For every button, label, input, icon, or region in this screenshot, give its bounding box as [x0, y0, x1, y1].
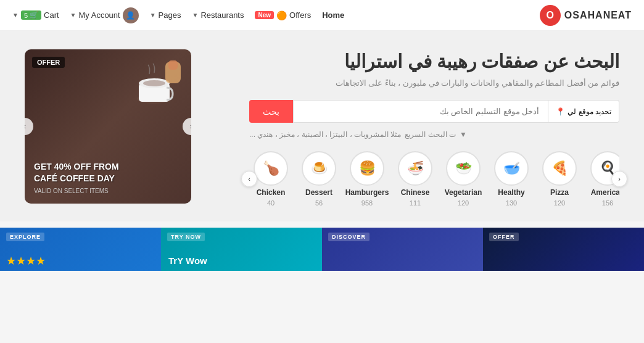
promo-card: ‹ OFFER GET 40% OFF FROM CAFÉ COFFEE DAY… [25, 49, 191, 204]
banner-try-label: TRY NOW [167, 233, 205, 241]
quick-search-example: مثلا المشروبات ، البيتزا ، الصينية ، مخب… [249, 130, 401, 139]
pages-caret: ▼ [150, 12, 156, 19]
category-name-chinese: Chinese [401, 188, 430, 197]
bottom-banners: EXPLORE ★★★★ TRY NOW TrY Wow DISCOVER OF… [0, 228, 644, 271]
promo-image-bg: OFFER GET 40% OFF FROM CAFÉ COFFEE DAY V… [25, 49, 191, 204]
my-account-label: My Account [79, 10, 120, 20]
offer-badge: OFFER [32, 57, 65, 68]
banner-explore[interactable]: EXPLORE ★★★★ [0, 228, 161, 271]
category-count-american: 156 [602, 199, 613, 207]
category-name-american: American [591, 188, 619, 197]
category-icon-healthy: 🥣 [494, 151, 529, 186]
svg-point-3 [143, 80, 165, 86]
cart-badge: 5 🛒 [21, 10, 41, 20]
svg-rect-5 [168, 60, 178, 70]
banner-offer-label: OFFER [489, 233, 519, 241]
category-icon-vegetarian: 🥗 [446, 151, 481, 186]
category-item-hamburgers[interactable]: 🍔 Hamburgers 958 [345, 151, 389, 207]
quick-search-bar: ▼ ت البحث السريع مثلا المشروبات ، البيتز… [249, 130, 619, 139]
hero-title: البحث عن صفقات رهيبة في استراليا [344, 49, 619, 73]
category-item-pizza[interactable]: 🍕 Pizza 120 [538, 151, 581, 207]
promo-text: GET 40% OFF FROM CAFÉ COFFEE DAY [34, 161, 182, 185]
cart-count: 5 [24, 12, 28, 19]
category-name-chicken: Chicken [257, 188, 286, 197]
category-item-healthy[interactable]: 🥣 Healthy 130 [490, 151, 533, 207]
quick-search-label: ▼ [460, 130, 467, 139]
promo-line1: GET 40% OFF FROM [34, 161, 182, 173]
category-icon-pizza: 🍕 [542, 151, 577, 186]
hero-search-area: البحث عن صفقات رهيبة في استراليا قوائم م… [210, 49, 619, 209]
search-bar: بحث 📍 تحديد موقع لي [249, 100, 619, 123]
banner-discover[interactable]: DISCOVER [322, 228, 483, 271]
promo-line2: CAFÉ COFFEE DAY [34, 173, 182, 185]
category-name-healthy: Healthy [498, 188, 524, 197]
avatar: 👤 [123, 7, 139, 23]
category-icon-chicken: 🍗 [254, 151, 288, 186]
categories-scroll: 🍗 Chicken 40 🍮 Dessert 56 🍔 Hamburgers 9… [249, 149, 619, 209]
offers-nav-item[interactable]: New 🟠 Offers [255, 10, 311, 20]
quick-search-text: ت البحث السريع [405, 130, 456, 139]
promo-sub: VALID ON SELECT ITEMS [34, 188, 182, 194]
food-categories: ‹ 🍗 Chicken 40 🍮 Dessert 56 🍔 Hamburgers… [249, 149, 619, 209]
category-item-dessert[interactable]: 🍮 Dessert 56 [297, 151, 341, 207]
offers-icon: 🟠 [276, 10, 287, 20]
category-count-dessert: 56 [315, 199, 323, 207]
new-badge: New [255, 11, 274, 19]
category-name-hamburgers: Hamburgers [345, 188, 389, 197]
search-input[interactable] [293, 100, 548, 123]
cart-nav-item[interactable]: ▼ 5 🛒 Cart [12, 10, 59, 20]
banner-discover-label: DISCOVER [328, 233, 369, 241]
logo-text: OSAHANEAT [564, 10, 632, 21]
category-count-healthy: 130 [506, 199, 517, 207]
my-account-nav-item[interactable]: ▼ My Account 👤 [70, 7, 139, 23]
banner-offer[interactable]: OFFER [483, 228, 644, 271]
category-item-chinese[interactable]: 🍜 Chinese 111 [394, 151, 437, 207]
categories-next-button[interactable]: › [611, 171, 627, 187]
location-icon: 📍 [556, 107, 565, 116]
pages-label: Pages [159, 10, 181, 20]
banner-try-text: TrY Wow [168, 255, 207, 266]
categories-prev-button[interactable]: ‹ [241, 171, 257, 187]
category-icon-chinese: 🍜 [398, 151, 432, 186]
logo-icon: O [540, 5, 561, 26]
restaurants-caret: ▼ [192, 12, 198, 19]
site-header: ▼ 5 🛒 Cart ▼ My Account 👤 ▼ Pages ▼ Rest… [0, 0, 644, 31]
restaurants-label: Restaurants [200, 10, 244, 20]
category-name-vegetarian: Vegetarian [445, 188, 482, 197]
cart-caret: ▼ [12, 12, 19, 19]
pages-nav-item[interactable]: ▼ Pages [150, 10, 181, 20]
category-count-hamburgers: 958 [361, 199, 373, 207]
banner-try-now[interactable]: TRY NOW TrY Wow [161, 228, 322, 271]
cart-label: Cart [44, 10, 59, 20]
hero-subtitle: قوائم من أفضل المطاعم والمقاهي والحانات … [336, 78, 619, 88]
category-count-chicken: 40 [267, 199, 275, 207]
home-nav-item[interactable]: Home [322, 10, 344, 20]
search-button[interactable]: بحث [249, 100, 293, 123]
site-logo[interactable]: O OSAHANEAT [540, 5, 632, 26]
category-count-pizza: 120 [554, 199, 565, 207]
stars-decoration: ★★★★ [6, 254, 46, 268]
category-name-pizza: Pizza [550, 188, 569, 197]
category-count-vegetarian: 120 [458, 199, 469, 207]
offers-label: Offers [289, 10, 311, 20]
home-label: Home [322, 10, 344, 20]
category-icon-dessert: 🍮 [302, 151, 336, 186]
location-btn-label: تحديد موقع لي [568, 107, 611, 116]
category-name-dessert: Dessert [305, 188, 332, 197]
category-item-vegetarian[interactable]: 🥗 Vegetarian 120 [442, 151, 485, 207]
coffee-cup-illustration [123, 56, 185, 117]
banner-explore-label: EXPLORE [6, 233, 44, 241]
category-icon-hamburgers: 🍔 [350, 151, 384, 186]
category-count-chinese: 111 [410, 199, 421, 207]
restaurants-nav-item[interactable]: ▼ Restaurants [192, 10, 244, 20]
account-caret: ▼ [70, 12, 76, 19]
location-button[interactable]: 📍 تحديد موقع لي [548, 100, 619, 123]
hero-section: ‹ OFFER GET 40% OFF FROM CAFÉ COFFEE DAY… [0, 31, 644, 221]
nav-left: ▼ 5 🛒 Cart ▼ My Account 👤 ▼ Pages ▼ Rest… [12, 7, 540, 23]
